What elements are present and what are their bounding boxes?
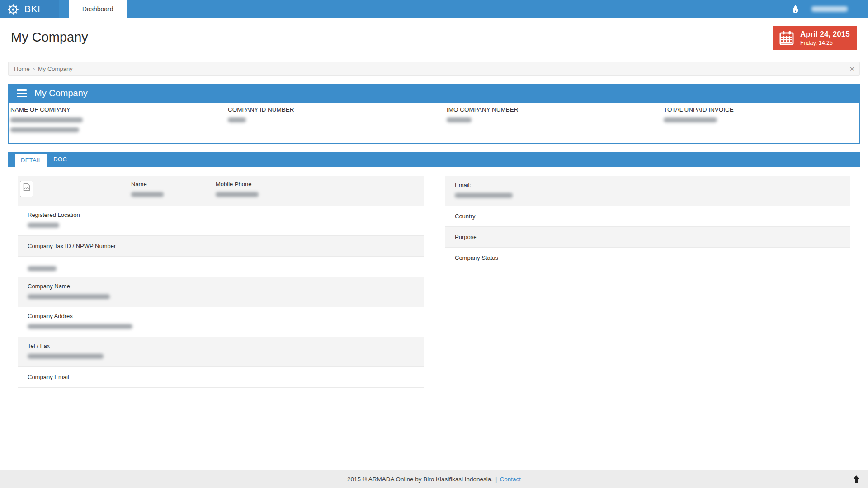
- tab-detail[interactable]: DETAIL: [15, 154, 47, 167]
- field-label: TOTAL UNPAID INVOICE: [664, 106, 859, 113]
- bki-logo-icon: [7, 3, 19, 15]
- detail-content: NameMobile PhoneRegistered LocationCompa…: [18, 176, 850, 388]
- detail-row: Company Tax ID / NPWP Number: [18, 236, 424, 257]
- redacted-line: [228, 117, 447, 122]
- breadcrumb: Home › My Company ✕: [8, 62, 860, 76]
- close-icon[interactable]: ✕: [849, 62, 855, 75]
- brand[interactable]: BKI: [0, 0, 59, 18]
- redacted-value: [10, 127, 79, 132]
- redacted-line: [664, 117, 859, 122]
- detail-row: Company Addres: [18, 307, 424, 337]
- redacted-value: [10, 117, 83, 122]
- calendar-icon: [779, 30, 794, 46]
- field-label: Mobile Phone: [216, 181, 424, 188]
- company-field: TOTAL UNPAID INVOICE: [664, 106, 859, 143]
- navbar-right: [792, 0, 868, 18]
- field-label: NAME OF COMPANY: [10, 106, 228, 113]
- redacted-value: [216, 192, 259, 197]
- company-panel-header: My Company: [8, 84, 860, 103]
- photo-column: [20, 180, 131, 206]
- detail-row: [18, 257, 424, 277]
- redacted-line: [10, 127, 228, 132]
- field-label: Company Addres: [28, 313, 424, 319]
- photo-placeholder: [20, 181, 33, 197]
- redacted-line: [447, 117, 664, 122]
- redacted-value: [28, 324, 132, 329]
- detail-row: Purpose: [445, 227, 850, 248]
- redacted-value: [228, 117, 246, 122]
- redacted-value: [455, 193, 513, 198]
- detail-row: Country: [445, 206, 850, 227]
- company-field: NAME OF COMPANY: [10, 106, 228, 143]
- redacted-value: [131, 192, 164, 197]
- detail-row: Company Name: [18, 277, 424, 307]
- detail-doc-tabbar: DETAILDOC: [8, 152, 860, 167]
- detail-row: Company Email: [18, 367, 424, 388]
- time-text: Friday, 14:25: [800, 40, 850, 46]
- breadcrumb-current: My Company: [38, 66, 73, 72]
- field-label: COMPANY ID NUMBER: [228, 106, 447, 113]
- company-detail-table: Email:CountryPurposeCompany Status: [445, 176, 850, 388]
- page-title: My Company: [0, 18, 868, 45]
- detail-row: Registered Location: [18, 206, 424, 236]
- detail-row: Company Status: [445, 248, 850, 268]
- field-label: Tel / Fax: [28, 343, 424, 349]
- redacted-value: [28, 294, 110, 299]
- redacted-value: [664, 117, 717, 122]
- redacted-line: [28, 354, 424, 359]
- redacted-line: [28, 324, 424, 329]
- date-widget: April 24, 2015 Friday, 14:25: [773, 26, 857, 50]
- broken-image-icon: [23, 183, 30, 191]
- redacted-value: [28, 266, 57, 271]
- field-label: Country: [455, 213, 850, 220]
- detail-row: Email:: [445, 176, 850, 206]
- redacted-value: [447, 117, 472, 122]
- profile-cell: Mobile Phone: [216, 180, 424, 206]
- user-menu-redacted[interactable]: [811, 6, 848, 12]
- date-text: April 24, 2015: [800, 30, 850, 39]
- redacted-line: [28, 294, 424, 299]
- company-field: IMO COMPANY NUMBER: [447, 106, 664, 143]
- redacted-line: [131, 192, 216, 197]
- redacted-line: [455, 193, 850, 198]
- tab-doc[interactable]: DOC: [47, 152, 73, 167]
- company-panel: My Company NAME OF COMPANYCOMPANY ID NUM…: [8, 84, 860, 144]
- redacted-line: [28, 223, 424, 228]
- contact-link[interactable]: Contact: [500, 476, 521, 483]
- scroll-to-top-icon[interactable]: [852, 474, 861, 484]
- redacted-line: [216, 192, 424, 197]
- brand-label: BKI: [24, 4, 40, 14]
- field-label: Purpose: [455, 234, 850, 240]
- footer: 2015 © ARMADA Online by Biro Klasifikasi…: [0, 470, 868, 488]
- field-label: Company Name: [28, 283, 424, 290]
- field-label: Name: [131, 181, 216, 188]
- hamburger-icon[interactable]: [17, 89, 27, 97]
- detail-row: Tel / Fax: [18, 337, 424, 367]
- company-field: COMPANY ID NUMBER: [228, 106, 447, 143]
- redacted-line: [10, 117, 228, 122]
- nav-item-dashboard[interactable]: Dashboard: [69, 0, 127, 18]
- company-panel-body: NAME OF COMPANYCOMPANY ID NUMBERIMO COMP…: [8, 103, 860, 144]
- footer-separator: |: [495, 476, 497, 483]
- field-label: Company Status: [455, 254, 850, 261]
- field-label: Registered Location: [28, 211, 424, 218]
- field-label: Company Tax ID / NPWP Number: [28, 243, 424, 249]
- field-label: Email:: [455, 182, 850, 188]
- field-label: IMO COMPANY NUMBER: [447, 106, 664, 113]
- contact-detail-table: NameMobile PhoneRegistered LocationCompa…: [18, 176, 424, 388]
- breadcrumb-home[interactable]: Home: [14, 66, 30, 72]
- redacted-value: [28, 354, 104, 359]
- redacted-value: [28, 223, 59, 228]
- detail-row: NameMobile Phone: [18, 176, 424, 206]
- profile-cell: Name: [131, 180, 216, 206]
- company-panel-title: My Company: [34, 88, 88, 99]
- drop-icon[interactable]: [792, 5, 799, 14]
- top-navbar: BKI Dashboard: [0, 0, 868, 18]
- breadcrumb-separator: ›: [33, 66, 35, 72]
- field-label: Company Email: [28, 374, 424, 380]
- footer-copyright: 2015 © ARMADA Online by Biro Klasifikasi…: [347, 476, 493, 483]
- content-header: My Company April 24, 2015 Friday, 14:25: [0, 18, 868, 62]
